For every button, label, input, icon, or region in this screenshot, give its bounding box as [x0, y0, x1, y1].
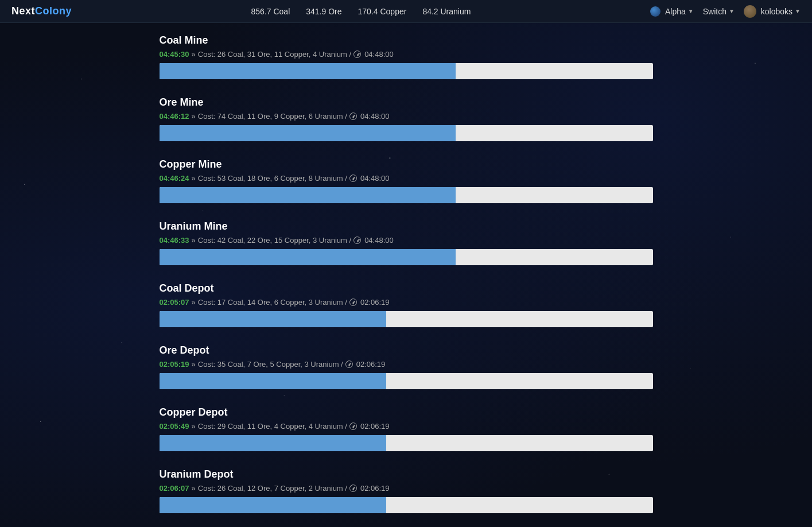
- switch-label: Switch: [703, 7, 726, 16]
- building-duration: 02:06:19: [356, 360, 386, 369]
- arrow-separator: »: [192, 112, 196, 121]
- clock-icon: [353, 237, 361, 244]
- progress-bar-container: lvl. 9: [160, 63, 653, 79]
- progress-bar-fill: [160, 497, 387, 513]
- building-card: Ore Depot02:05:19 » Cost: 35 Coal, 7 Ore…: [160, 344, 653, 389]
- progress-bar-fill: [160, 311, 387, 327]
- building-timer: 04:46:24: [160, 174, 189, 183]
- planet-label: Alpha: [665, 7, 686, 16]
- building-title: Uranium Depot: [160, 468, 653, 480]
- building-duration: 04:48:00: [364, 50, 394, 59]
- building-title: Copper Depot: [160, 406, 653, 418]
- progress-bar-container: lvl. 9: [160, 125, 653, 141]
- planet-dropdown[interactable]: Alpha ▼: [650, 6, 694, 17]
- building-card: Ore Mine04:46:12 » Cost: 74 Coal, 11 Ore…: [160, 96, 653, 141]
- planet-icon: [650, 6, 661, 17]
- switch-dropdown[interactable]: Switch ▼: [703, 7, 735, 16]
- building-title: Ore Depot: [160, 344, 653, 356]
- building-duration: 04:48:00: [360, 112, 390, 121]
- building-title: Copper Mine: [160, 158, 653, 170]
- building-info: 04:46:12 » Cost: 74 Coal, 11 Ore, 9 Copp…: [160, 112, 653, 121]
- switch-dropdown-arrow: ▼: [729, 8, 735, 14]
- building-timer: 04:46:33: [160, 236, 189, 245]
- progress-bar-container: lvl. 5: [160, 497, 653, 513]
- planet-dropdown-arrow: ▼: [688, 8, 694, 14]
- progress-bar-fill: [160, 373, 387, 389]
- progress-bar-fill: [160, 187, 456, 203]
- building-info: 02:05:19 » Cost: 35 Coal, 7 Ore, 5 Coppe…: [160, 360, 653, 369]
- building-card: Uranium Mine04:46:33 » Cost: 42 Coal, 22…: [160, 220, 653, 265]
- building-cost: Cost: 42 Coal, 22 Ore, 15 Copper, 3 Uran…: [198, 236, 351, 245]
- resource-bar: 856.7 Coal 341.9 Ore 170.4 Copper 84.2 U…: [89, 7, 633, 16]
- building-duration: 02:06:19: [360, 484, 390, 493]
- navbar-right: Alpha ▼ Switch ▼ koloboks ▼: [650, 5, 801, 18]
- building-info: 04:45:30 » Cost: 26 Coal, 31 Ore, 11 Cop…: [160, 50, 653, 59]
- building-cost: Cost: 35 Coal, 7 Ore, 5 Copper, 3 Uraniu…: [198, 360, 343, 369]
- progress-bar-container: lvl. 9: [160, 249, 653, 265]
- building-cost: Cost: 53 Coal, 18 Ore, 6 Copper, 8 Urani…: [198, 174, 347, 183]
- building-timer: 02:05:07: [160, 298, 189, 307]
- building-info: 04:46:24 » Cost: 53 Coal, 18 Ore, 6 Copp…: [160, 174, 653, 183]
- building-timer: 02:05:49: [160, 422, 189, 431]
- clock-icon: [349, 485, 357, 492]
- user-label: koloboks: [761, 7, 792, 16]
- building-timer: 02:06:07: [160, 484, 189, 493]
- ore-resource: 341.9 Ore: [306, 7, 341, 16]
- uranium-resource: 84.2 Uranium: [422, 7, 471, 16]
- building-title: Coal Mine: [160, 34, 653, 46]
- building-cost: Cost: 26 Coal, 31 Ore, 11 Copper, 4 Uran…: [198, 50, 351, 59]
- progress-bar-container: lvl. 9: [160, 187, 653, 203]
- building-duration: 04:48:00: [364, 236, 394, 245]
- clock-icon: [353, 51, 361, 58]
- building-timer: 02:05:19: [160, 360, 189, 369]
- building-cost: Cost: 26 Coal, 12 Ore, 7 Copper, 2 Urani…: [198, 484, 347, 493]
- progress-bar-fill: [160, 435, 387, 451]
- clock-icon: [349, 423, 357, 430]
- building-card: Copper Depot02:05:49 » Cost: 29 Coal, 11…: [160, 406, 653, 451]
- progress-bar-fill: [160, 125, 456, 141]
- building-title: Ore Mine: [160, 96, 653, 108]
- building-card: Coal Mine04:45:30 » Cost: 26 Coal, 31 Or…: [160, 34, 653, 79]
- building-cost: Cost: 74 Coal, 11 Ore, 9 Copper, 6 Urani…: [198, 112, 347, 121]
- progress-bar-fill: [160, 249, 456, 265]
- clock-icon: [349, 113, 357, 120]
- building-cost: Cost: 29 Coal, 11 Ore, 4 Copper, 4 Urani…: [198, 422, 347, 431]
- clock-icon: [349, 175, 357, 182]
- clock-icon: [349, 299, 357, 306]
- building-title: Uranium Mine: [160, 220, 653, 232]
- brand-colony: Colony: [35, 5, 72, 17]
- arrow-separator: »: [192, 50, 196, 59]
- building-duration: 02:06:19: [360, 298, 390, 307]
- arrow-separator: »: [192, 360, 196, 369]
- user-avatar-icon: [744, 5, 756, 18]
- building-info: 02:05:49 » Cost: 29 Coal, 11 Ore, 4 Copp…: [160, 422, 653, 431]
- building-duration: 02:06:19: [360, 422, 390, 431]
- arrow-separator: »: [192, 298, 196, 307]
- building-timer: 04:45:30: [160, 50, 189, 59]
- building-info: 02:05:07 » Cost: 17 Coal, 14 Ore, 6 Copp…: [160, 298, 653, 307]
- building-info: 04:46:33 » Cost: 42 Coal, 22 Ore, 15 Cop…: [160, 236, 653, 245]
- progress-bar-container: lvl. 5: [160, 435, 653, 451]
- brand-next: Next: [11, 5, 35, 17]
- building-timer: 04:46:12: [160, 112, 189, 121]
- user-dropdown-arrow: ▼: [795, 8, 801, 14]
- coal-resource: 856.7 Coal: [251, 7, 290, 16]
- progress-bar-fill: [160, 63, 456, 79]
- building-card: Coal Depot02:05:07 » Cost: 17 Coal, 14 O…: [160, 282, 653, 327]
- navbar: NextColony 856.7 Coal 341.9 Ore 170.4 Co…: [0, 0, 812, 23]
- building-info: 02:06:07 » Cost: 26 Coal, 12 Ore, 7 Copp…: [160, 484, 653, 493]
- progress-bar-container: lvl. 5: [160, 311, 653, 327]
- arrow-separator: »: [192, 422, 196, 431]
- buildings-list: Coal Mine04:45:30 » Cost: 26 Coal, 31 Or…: [160, 34, 653, 527]
- building-card: Uranium Depot02:06:07 » Cost: 26 Coal, 1…: [160, 468, 653, 513]
- progress-bar-container: lvl. 5: [160, 373, 653, 389]
- arrow-separator: »: [192, 484, 196, 493]
- building-cost: Cost: 17 Coal, 14 Ore, 6 Copper, 3 Urani…: [198, 298, 347, 307]
- building-duration: 04:48:00: [360, 174, 390, 183]
- arrow-separator: »: [192, 174, 196, 183]
- user-dropdown[interactable]: koloboks ▼: [744, 5, 801, 18]
- building-card: Copper Mine04:46:24 » Cost: 53 Coal, 18 …: [160, 158, 653, 203]
- brand-logo[interactable]: NextColony: [11, 5, 72, 17]
- main-content: Coal Mine04:45:30 » Cost: 26 Coal, 31 Or…: [148, 23, 665, 527]
- copper-resource: 170.4 Copper: [358, 7, 407, 16]
